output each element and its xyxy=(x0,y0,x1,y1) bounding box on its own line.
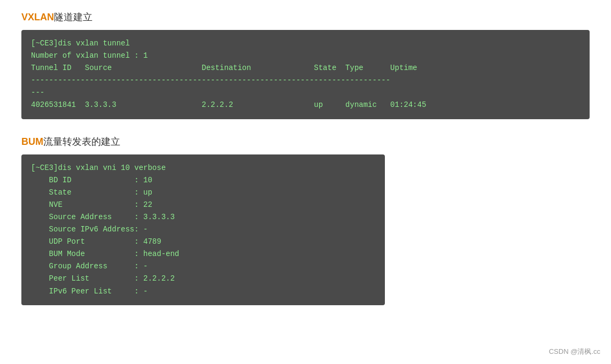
section2-title-suffix: 流量转发表的建立 xyxy=(43,136,120,147)
section1-title: VXLAN隧道建立 xyxy=(21,11,590,24)
section-bum-table: BUM流量转发表的建立 [~CE3]dis vxlan vni 10 verbo… xyxy=(21,135,590,305)
section1-title-prefix: VXLAN xyxy=(21,12,54,22)
section2-title: BUM流量转发表的建立 xyxy=(21,135,590,148)
section2-terminal-content: [~CE3]dis vxlan vni 10 verbose BD ID : 1… xyxy=(31,162,375,298)
section2-title-prefix: BUM xyxy=(21,136,43,147)
section1-terminal-content: [~CE3]dis vxlan tunnel Number of vxlan t… xyxy=(31,37,580,112)
section2-terminal: [~CE3]dis vxlan vni 10 verbose BD ID : 1… xyxy=(21,154,385,305)
watermark: CSDN @清枫.cc xyxy=(549,347,600,357)
section1-title-suffix: 隧道建立 xyxy=(54,12,92,22)
section-vxlan-tunnel: VXLAN隧道建立 [~CE3]dis vxlan tunnel Number … xyxy=(21,11,590,119)
section1-terminal: [~CE3]dis vxlan tunnel Number of vxlan t… xyxy=(21,30,590,119)
